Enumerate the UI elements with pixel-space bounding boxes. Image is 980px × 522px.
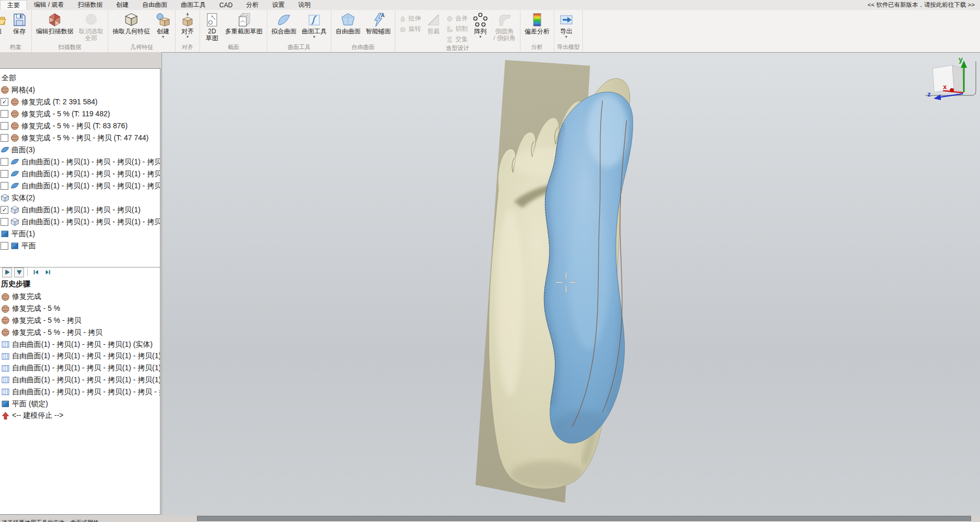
viewport-3d[interactable]: y x z: [162, 52, 980, 515]
freeform-surface-button[interactable]: 自由曲面: [333, 11, 363, 35]
viewport-canvas[interactable]: y x z: [162, 53, 980, 515]
menu-tab-2[interactable]: 扫描数据: [71, 0, 109, 10]
history-row-6[interactable]: 自由曲面(1) - 拷贝(1) - 拷贝 - 拷贝(1) - 拷贝(1) - 拷…: [0, 362, 160, 374]
tree-checkbox[interactable]: [1, 122, 8, 130]
deselect-button: 取消选取全部: [76, 11, 106, 42]
history-row-label: 修复完成 - 5 % - 拷贝: [12, 316, 81, 325]
tree-checkbox[interactable]: [1, 182, 8, 190]
export-button[interactable]: 导出▾: [556, 11, 577, 39]
edit-scan-icon: [47, 12, 63, 28]
cut-button: 切割: [444, 24, 470, 34]
tree-checkbox[interactable]: ✓: [1, 98, 8, 106]
tree-row-13[interactable]: 平面(1): [0, 228, 160, 240]
tree-row-8[interactable]: 自由曲面(1) - 拷贝(1) - 拷贝 - 拷贝(1) - 拷贝(1) - 拷…: [0, 168, 160, 180]
tree-checkbox[interactable]: [1, 218, 8, 226]
multi-section-sketch-button[interactable]: 多重截面草图: [222, 11, 265, 35]
tree-row-0[interactable]: 全部: [0, 72, 160, 84]
tree-row-2[interactable]: ✓修复完成 (T: 2 391 584): [0, 96, 160, 108]
ribbon-group-3: 对齐▾对齐: [176, 10, 200, 52]
tree-row-9[interactable]: 自由曲面(1) - 拷贝(1) - 拷贝 - 拷贝(1) - 拷贝 - 拷贝 -…: [0, 180, 160, 192]
edit-scan-button[interactable]: 编辑扫描数据: [33, 11, 76, 35]
tree-row-10[interactable]: 实体(2): [0, 192, 160, 204]
menu-tab-8[interactable]: 设置: [265, 0, 291, 10]
tree-checkbox[interactable]: [1, 110, 8, 118]
ribbon-group-buttons-3: 对齐▾: [177, 11, 198, 43]
tree-row-11[interactable]: ✓自由曲面(1) - 拷贝(1) - 拷贝 - 拷贝(1): [0, 204, 160, 216]
ribbon-button-label: 对齐: [181, 28, 194, 35]
fit-surface-button[interactable]: 拟合曲面: [269, 11, 299, 35]
tree-row-5[interactable]: 修复完成 - 5 % - 拷贝 - 拷贝 (T: 47 744): [0, 132, 160, 144]
history-row-3[interactable]: 修复完成 - 5 % - 拷贝 - 拷贝: [0, 326, 160, 338]
tree-checkbox[interactable]: ✓: [1, 206, 8, 214]
step-down-button[interactable]: [14, 268, 24, 277]
extract-geometry-icon: [123, 12, 139, 28]
sketch-2d-button[interactable]: 2D草图: [202, 11, 222, 42]
update-notice-link[interactable]: << 软件已有新版本，请按此前往下载 >>: [862, 0, 980, 10]
merge-icon: [446, 15, 453, 22]
menu-tab-9[interactable]: 说明: [291, 0, 317, 10]
pattern-button[interactable]: 阵列▾: [470, 11, 491, 39]
history-row-10[interactable]: <-- 建模停止 -->: [0, 410, 160, 422]
tree-row-label: 平面: [21, 241, 36, 251]
surface-tools-button[interactable]: 曲面工具▾: [299, 11, 329, 39]
status-progress-bar: [197, 516, 971, 521]
ribbon-button-label: 自由曲面: [336, 28, 361, 35]
folder-open-button[interactable]: 启: [0, 11, 9, 35]
tree-row-14[interactable]: 平面: [0, 240, 160, 252]
menu-tab-6[interactable]: CAD: [213, 0, 239, 10]
history-row-5[interactable]: 自由曲面(1) - 拷贝(1) - 拷贝 - 拷贝(1) - 拷贝(1): [0, 350, 160, 362]
save-button[interactable]: 保存: [9, 11, 30, 35]
history-row-0[interactable]: 修复完成: [0, 291, 160, 303]
tree-checkbox[interactable]: [1, 170, 8, 178]
tree-row-6[interactable]: 曲面(3): [0, 144, 160, 156]
go-first-button[interactable]: [31, 268, 41, 277]
ribbon-toolbar: 启保存档案编辑扫描数据取消选取全部扫描数据抽取几何特征创建▾几何特征对齐▾对齐2…: [0, 10, 980, 53]
smart-surface-button[interactable]: A智能铺面: [363, 11, 393, 35]
menu-tab-3[interactable]: 创建: [109, 0, 135, 10]
ribbon-button-label: 编辑扫描数据: [36, 28, 73, 35]
tree-row-3[interactable]: 修复完成 - 5 % (T: 119 482): [0, 108, 160, 120]
history-row-8[interactable]: 自由曲面(1) - 拷贝(1) - 拷贝 - 拷贝(1) - 拷贝 - 拷贝 -…: [0, 386, 160, 398]
tree-row-1[interactable]: 网格(4): [0, 84, 160, 96]
menu-tab-5[interactable]: 曲面工具: [174, 0, 213, 10]
mesh-icon: [10, 110, 19, 118]
tree-row-4[interactable]: 修复完成 - 5 % - 拷贝 (T: 83 876): [0, 120, 160, 132]
create-button[interactable]: 创建▾: [153, 11, 173, 39]
history-row-1[interactable]: 修复完成 - 5 %: [0, 303, 160, 315]
align-button[interactable]: 对齐▾: [177, 11, 198, 39]
menu-tab-0[interactable]: 主要: [0, 0, 27, 10]
menu-tab-1[interactable]: 编辑 / 观看: [27, 0, 71, 10]
history-row-label: 自由曲面(1) - 拷贝(1) - 拷贝 - 拷贝(1) - 拷贝 - 拷贝 -…: [12, 387, 160, 397]
ribbon-group-buttons-1: 编辑扫描数据取消选取全部: [33, 11, 106, 43]
tree-checkbox[interactable]: [1, 158, 8, 166]
go-last-button[interactable]: [43, 268, 53, 277]
mesh-icon: [1, 316, 10, 325]
pb-last-icon: [45, 269, 51, 275]
sketch-2d-icon: [204, 12, 220, 28]
extract-geometry-button[interactable]: 抽取几何特征: [110, 11, 153, 35]
solid-icon: [1, 193, 9, 202]
history-row-2[interactable]: 修复完成 - 5 % - 拷贝: [0, 315, 160, 327]
history-row-4[interactable]: 自由曲面(1) - 拷贝(1) - 拷贝 - 拷贝(1) (实体): [0, 338, 160, 350]
ribbon-button-label: 导出: [560, 28, 573, 35]
menu-tab-4[interactable]: 自由曲面: [135, 0, 174, 10]
history-row-label: 修复完成 - 5 % - 拷贝 - 拷贝: [12, 328, 102, 337]
deviation-analysis-button[interactable]: 偏差分析: [522, 11, 552, 35]
tree-checkbox[interactable]: [1, 134, 8, 142]
model-panel: 全部网格(4)✓修复完成 (T: 2 391 584)修复完成 - 5 % (T…: [0, 68, 160, 515]
mesh-icon: [10, 133, 19, 142]
ribbon-group-buttons-5: 拟合曲面曲面工具▾: [269, 11, 329, 43]
menu-tab-7[interactable]: 分析: [239, 0, 265, 10]
tree-row-12[interactable]: 自由曲面(1) - 拷贝(1) - 拷贝 - 拷贝(1) - 拷贝(1) - 拷…: [0, 216, 160, 228]
ribbon-button-label: 曲面工具: [302, 28, 327, 35]
dropdown-arrow-icon: ▾: [479, 35, 481, 39]
history-row-7[interactable]: 自由曲面(1) - 拷贝(1) - 拷贝 - 拷贝(1) - 拷贝(1) - 拷…: [0, 374, 160, 386]
step-forward-button[interactable]: [2, 268, 12, 277]
history-row-9[interactable]: 平面 (锁定): [0, 398, 160, 410]
tree-row-label: 自由曲面(1) - 拷贝(1) - 拷贝 - 拷贝(1) - 拷贝 - 拷贝 -…: [21, 181, 160, 191]
tree-row-7[interactable]: 自由曲面(1) - 拷贝(1) - 拷贝 - 拷贝(1) - 拷贝(1): [0, 156, 160, 168]
surface-icon: [1, 145, 9, 154]
plane-icon: [1, 399, 10, 408]
tree-checkbox[interactable]: [1, 242, 8, 250]
ribbon-group-buttons-8: 偏差分析: [522, 11, 552, 43]
